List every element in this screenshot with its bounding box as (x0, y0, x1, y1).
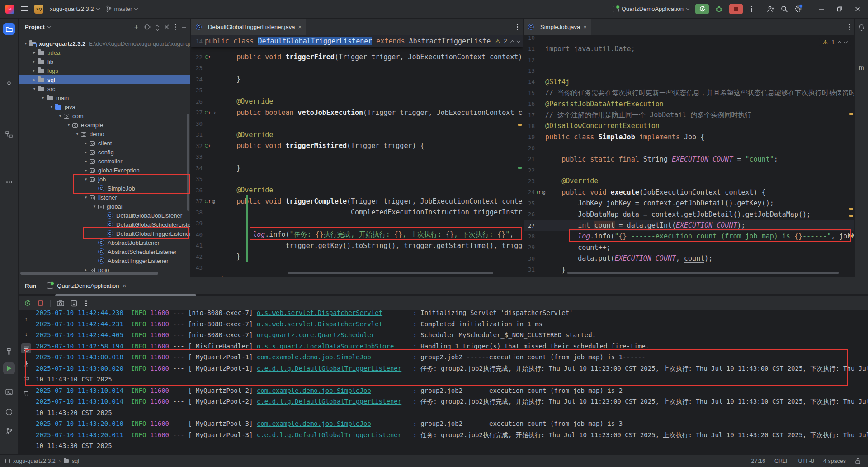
tree-item-com[interactable]: ▾com (19, 111, 190, 120)
select-opened-file-icon[interactable] (144, 24, 151, 30)
stripe-mark-warning[interactable] (849, 208, 853, 210)
override-method-icon[interactable]: ↑@ (205, 198, 220, 204)
panel-options-icon[interactable] (175, 26, 176, 28)
rerun-console-button[interactable] (24, 300, 31, 307)
tree-item-sql[interactable]: ▸sql (19, 75, 190, 84)
new-element-icon[interactable]: + (134, 23, 138, 31)
window-restore-button[interactable] (834, 3, 845, 15)
tab-default-global-trigger-listener[interactable]: C DefaultGlobalTriggerListener.java × (191, 19, 306, 35)
settings-button[interactable] (794, 5, 802, 13)
stop-console-button[interactable] (38, 300, 44, 306)
window-close-button[interactable] (852, 3, 863, 15)
build-tool-button[interactable] (3, 345, 15, 357)
tree-chevron-icon[interactable]: ▸ (31, 68, 38, 73)
tree-item-src[interactable]: ▾src (19, 84, 190, 93)
tree-item-AbstractSchedulerListener[interactable]: CAbstractSchedulerListener (19, 247, 190, 256)
breadcrumb-project[interactable]: xugu-quartz2.3.2 (13, 458, 56, 464)
tree-chevron-icon[interactable]: ▸ (82, 168, 90, 172)
tree-chevron-icon[interactable]: ▾ (31, 86, 38, 91)
center-code-view[interactable]: 14 public class DefaultGlobalTriggerList… (191, 35, 523, 277)
tree-item-controller[interactable]: ▸controller (19, 157, 190, 166)
commit-tool-button[interactable] (3, 77, 15, 89)
tab-options-icon[interactable] (517, 26, 518, 28)
terminal-tool-button[interactable] (3, 386, 15, 398)
tab-options-icon[interactable] (849, 26, 850, 28)
hide-panel-icon[interactable] (181, 24, 187, 30)
right-hscrollbar[interactable] (567, 272, 839, 274)
tree-item-example[interactable]: ▾example (19, 120, 190, 129)
collapse-all-icon[interactable] (164, 24, 169, 29)
run-configuration-selector[interactable]: QuartzDemoApplication (613, 5, 689, 12)
logger-link[interactable]: o.s.web.servlet.DispatcherServlet (257, 320, 382, 328)
next-warning-icon[interactable] (844, 40, 848, 43)
project-scrollbar[interactable] (187, 114, 189, 211)
tree-chevron-icon[interactable]: ▾ (39, 95, 47, 100)
close-tab-icon[interactable]: × (583, 24, 587, 30)
tree-item-globalException[interactable]: ▸globalException (19, 166, 190, 175)
tree-item-listener[interactable]: ▾listener (19, 193, 190, 202)
tree-chevron-icon[interactable]: ▸ (31, 50, 38, 55)
prev-warning-icon[interactable] (838, 41, 841, 45)
search-everywhere-button[interactable] (781, 5, 788, 13)
tree-chevron-icon[interactable]: ▾ (65, 123, 72, 127)
logger-link[interactable]: c.e.d.l.g.DefaultGlobalTriggerListener (257, 431, 401, 438)
tree-chevron-icon[interactable]: ▾ (48, 105, 55, 109)
tree-item-java[interactable]: ▾java (19, 102, 190, 111)
problems-tool-button[interactable] (3, 406, 15, 418)
expand-all-icon[interactable] (156, 24, 159, 30)
clear-console-icon[interactable] (21, 388, 31, 398)
override-method-icon[interactable]: ↑› (205, 109, 220, 116)
tree-item-config[interactable]: ▸config (19, 148, 190, 157)
tree-item-lib[interactable]: ▸lib (19, 57, 190, 66)
code-with-me-button[interactable] (767, 5, 774, 13)
structure-tool-button[interactable] (3, 129, 15, 140)
tree-chevron-icon[interactable]: ▾ (74, 132, 81, 136)
maven-tool-button[interactable]: m (855, 64, 868, 71)
inspection-widget-center[interactable]: ⚠ 2 (491, 38, 523, 45)
logger-link[interactable]: com.example.demo.job.SimpleJob (257, 387, 371, 394)
logger-link[interactable]: o.s.web.servlet.DispatcherServlet (257, 310, 382, 316)
tree-chevron-icon[interactable]: ▸ (82, 159, 90, 163)
dump-heap-button[interactable] (71, 300, 77, 307)
tree-chevron-icon[interactable]: ▾ (91, 204, 98, 209)
rerun-button[interactable] (695, 4, 709, 14)
indent-setting[interactable]: 4 spaces (823, 458, 846, 464)
line-ending[interactable]: CRLF (774, 458, 789, 464)
tree-item-client[interactable]: ▸client (19, 138, 190, 148)
version-control-tool-button[interactable] (3, 425, 15, 437)
window-minimize-button[interactable] (816, 3, 827, 15)
tree-chevron-icon[interactable]: ▸ (82, 150, 90, 154)
tree-item-xugu-quartz2.3.2[interactable]: ▾xugu-quartz2.3.2E:\dev\XuguDemo\xugu-qu… (19, 39, 190, 48)
logger-link[interactable]: c.e.d.l.g.DefaultGlobalTriggerListener (257, 398, 401, 405)
read-write-lock[interactable] (855, 458, 861, 464)
override-method-icon[interactable]: ↑ (205, 55, 220, 59)
project-panel-title[interactable]: Project (25, 24, 51, 30)
tree-item-AbstractJobListener[interactable]: CAbstractJobListener (19, 238, 190, 247)
next-warning-icon[interactable] (516, 38, 520, 42)
project-tool-button[interactable] (3, 23, 15, 35)
close-tab-icon[interactable]: × (123, 282, 127, 289)
tree-chevron-icon[interactable]: ▸ (82, 267, 90, 272)
debug-button[interactable] (715, 5, 723, 13)
tree-chevron-icon[interactable]: ▸ (82, 141, 90, 145)
stripe-mark-warning[interactable] (849, 215, 853, 217)
tree-item-main[interactable]: ▾main (19, 93, 190, 102)
project-hscrollbar[interactable] (20, 272, 158, 275)
stop-button[interactable] (729, 4, 743, 14)
stripe-mark-change[interactable] (518, 167, 522, 169)
center-hscrollbar[interactable] (288, 272, 493, 274)
run-tool-button[interactable] (3, 362, 15, 374)
console-more-icon[interactable] (85, 303, 87, 304)
tree-item-.idea[interactable]: ▸.idea (19, 48, 190, 57)
close-tab-icon[interactable]: × (298, 24, 302, 30)
tree-item-logs[interactable]: ▸logs (19, 66, 190, 75)
tree-item-DefaultGlobalJobListener[interactable]: CDefaultGlobalJobListener (19, 211, 190, 220)
override-method-icon[interactable]: ↑@ (537, 189, 545, 195)
stripe-mark-warning[interactable] (849, 113, 853, 115)
tree-chevron-icon[interactable]: ▸ (31, 77, 38, 82)
file-encoding[interactable]: UTF-8 (798, 458, 814, 464)
tree-item-global[interactable]: ▾global (19, 202, 190, 211)
down-stack-icon[interactable]: ↓ (21, 329, 31, 338)
inspection-widget-right[interactable]: ⚠ 1 (819, 38, 851, 47)
stripe-mark-warning[interactable] (518, 124, 522, 126)
